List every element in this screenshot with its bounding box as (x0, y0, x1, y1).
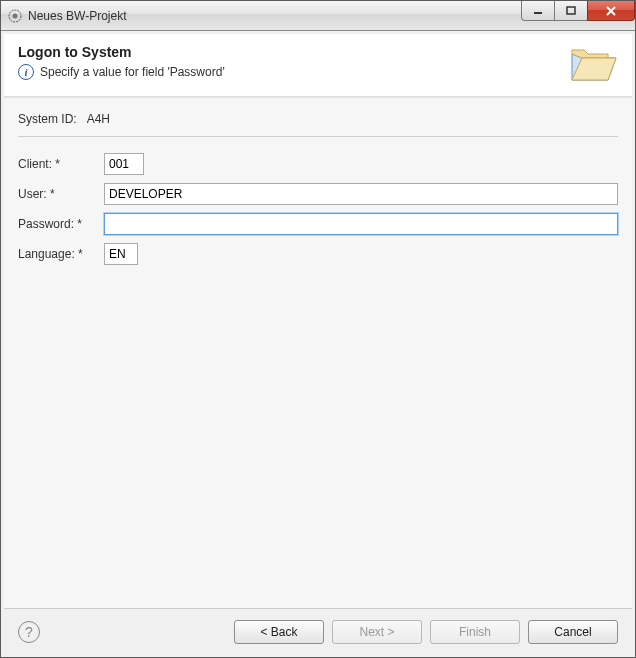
window-controls (521, 1, 635, 30)
page-title: Logon to System (18, 44, 568, 60)
titlebar: Neues BW-Projekt (1, 1, 635, 31)
wizard-header: Logon to System i Specify a value for fi… (4, 34, 632, 97)
system-id-label: System ID: (18, 112, 77, 126)
client-label: Client: * (18, 157, 98, 171)
content-area: System ID: A4H Client: * User: * Passwor… (4, 97, 632, 608)
password-field[interactable] (104, 213, 618, 235)
svg-rect-3 (567, 7, 575, 14)
folder-open-icon (568, 44, 618, 86)
language-label: Language: * (18, 247, 98, 261)
user-label: User: * (18, 187, 98, 201)
window-title: Neues BW-Projekt (28, 9, 521, 23)
finish-button[interactable]: Finish (430, 620, 520, 644)
next-button[interactable]: Next > (332, 620, 422, 644)
close-button[interactable] (587, 1, 635, 21)
client-field[interactable] (104, 153, 144, 175)
info-icon: i (18, 64, 34, 80)
dialog-window: Neues BW-Projekt Logon to System i Speci… (0, 0, 636, 658)
cancel-button[interactable]: Cancel (528, 620, 618, 644)
password-label: Password: * (18, 217, 98, 231)
back-button[interactable]: < Back (234, 620, 324, 644)
system-id-row: System ID: A4H (18, 112, 618, 137)
header-message: i Specify a value for field 'Password' (18, 64, 568, 80)
minimize-button[interactable] (521, 1, 555, 21)
header-message-text: Specify a value for field 'Password' (40, 65, 225, 79)
user-field[interactable] (104, 183, 618, 205)
svg-point-1 (13, 13, 18, 18)
help-icon[interactable]: ? (18, 621, 40, 643)
language-field[interactable] (104, 243, 138, 265)
logon-form: Client: * User: * Password: * Language: … (18, 153, 618, 265)
app-icon (7, 8, 23, 24)
system-id-value: A4H (87, 112, 110, 126)
button-bar: ? < Back Next > Finish Cancel (4, 608, 632, 654)
maximize-button[interactable] (554, 1, 588, 21)
